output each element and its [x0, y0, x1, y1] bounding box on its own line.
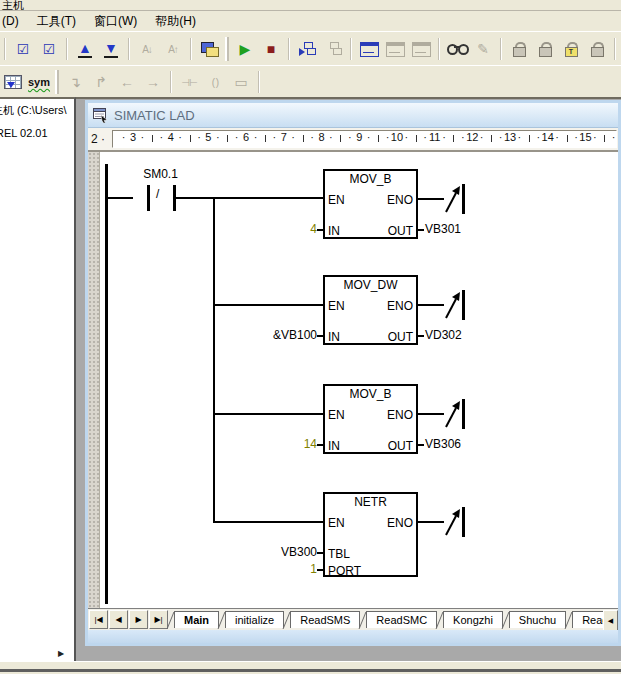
continuation-arrow-icon [444, 288, 466, 322]
input-value[interactable]: 4 [238, 222, 317, 236]
menu-bar: (D)工具(T)窗口(W)帮助(H) [0, 10, 621, 32]
block-mov_b-2[interactable]: MOV_BENENOINOUT [323, 384, 418, 454]
ruler-number: 5 [205, 131, 211, 143]
stop-icon[interactable]: ■ [259, 37, 283, 61]
ruler-number: 4 [168, 131, 174, 143]
input-value[interactable]: 14 [238, 437, 317, 451]
wire [418, 444, 424, 446]
tab-nav-prev[interactable]: ◀ [109, 610, 128, 629]
tab-nav-next[interactable]: ▶ [129, 610, 148, 629]
toolbar-grip [55, 70, 59, 94]
toolbar-separator [614, 38, 616, 60]
chart-status-icon[interactable] [357, 37, 381, 61]
tab-shuchu[interactable]: Shuchu [509, 611, 566, 628]
sidebar-scroll-right-icon[interactable]: ▶ [58, 649, 64, 658]
project-tree-item-release[interactable]: REL 02.01 [0, 127, 74, 139]
ruler-tick: · [499, 131, 503, 143]
tab-nav-last[interactable]: ▶| [149, 610, 168, 629]
toolbar-separator [500, 38, 502, 60]
compile-all-icon[interactable]: ☑ [37, 37, 61, 61]
menu-item-1[interactable]: 工具(T) [28, 11, 85, 33]
line-up-icon[interactable]: ↱ [89, 70, 113, 94]
contact-sm0-1[interactable]: SM0.1/ [133, 167, 188, 212]
ruler-tick [227, 135, 228, 142]
ruler-number: 11 [429, 131, 440, 143]
write-force-icon[interactable]: ✎ [471, 37, 495, 61]
upload-icon[interactable]: ▲ [73, 37, 97, 61]
lad-ruler: 2 · ·3··4··5··6··7··8··9··10··11··12··13… [88, 128, 618, 152]
ruler-tick: · [291, 131, 295, 143]
ruler-tick [416, 135, 417, 142]
output-operand[interactable]: VB301 [425, 222, 461, 236]
menu-item-0[interactable]: (D) [0, 12, 28, 31]
lad-window-titlebar[interactable]: SIMATIC LAD [88, 103, 618, 128]
wire [108, 197, 133, 199]
line-left-icon[interactable]: ← [115, 70, 139, 94]
symbolic-addressing-icon[interactable]: sym [27, 70, 51, 94]
ruler-tick: · [404, 131, 408, 143]
tab-readsmc[interactable]: ReadSMC [366, 611, 437, 628]
input-value[interactable]: &VB100 [238, 328, 317, 342]
ruler-tick: · [461, 131, 465, 143]
download-icon[interactable]: ▼ [99, 37, 123, 61]
ruler-tick: · [518, 131, 522, 143]
trend-view-icon[interactable] [409, 37, 433, 61]
continuation-arrow-icon [444, 397, 466, 431]
ruler-tick: · [574, 131, 578, 143]
pin-eno: ENO [387, 299, 413, 313]
run-icon[interactable]: ▶ [233, 37, 257, 61]
tab-nav-first[interactable]: |◀ [89, 610, 108, 629]
pin-port: PORT [328, 564, 361, 578]
branch-wire [213, 197, 215, 523]
tab-initialize[interactable]: initialize [225, 611, 284, 628]
lad-canvas[interactable]: SM0.1/MOV_BENENOINOUT4VB301MOV_DWENENOIN… [88, 152, 618, 608]
ruler-number: 3 [130, 131, 136, 143]
output-operand[interactable]: VB306 [425, 437, 461, 451]
block-netr-3[interactable]: NETRENENOTBLPORT [323, 492, 418, 577]
toolbar-separator [4, 38, 6, 60]
project-tree-panel[interactable]: 主机 (C:\Users\ REL 02.01 ▶ [0, 97, 76, 664]
insert-box-icon[interactable]: ▭ [229, 70, 253, 94]
options-icon[interactable] [197, 37, 221, 61]
tab-readsms[interactable]: ReadSMS [290, 611, 360, 628]
symbol-table-icon[interactable] [1, 70, 25, 94]
menu-item-2[interactable]: 窗口(W) [85, 11, 146, 33]
status-bar-divider [0, 669, 621, 672]
line-down-icon[interactable]: ↴ [63, 70, 87, 94]
pin-out: OUT [388, 224, 413, 238]
toolbar-separator [350, 38, 352, 60]
ruler-tick: · [348, 131, 352, 143]
lock-icon[interactable] [507, 37, 531, 61]
compile-icon[interactable]: ☑ [11, 37, 35, 61]
tab-kongzhi[interactable]: Kongzhi [443, 611, 503, 628]
tab-main[interactable]: Main [174, 611, 219, 628]
menu-item-3[interactable]: 帮助(H) [146, 11, 205, 33]
toolbar-separator [66, 38, 68, 60]
ruler-tick: · [593, 131, 597, 143]
program-monitor-icon[interactable] [445, 37, 469, 61]
block-title: MOV_B [325, 387, 416, 401]
unlock-icon[interactable] [533, 37, 557, 61]
pause-program-icon[interactable] [321, 37, 345, 61]
block-mov_b-0[interactable]: MOV_BENENOINOUT [323, 169, 418, 239]
toolbar-separator [128, 38, 130, 60]
block-mov_dw-1[interactable]: MOV_DWENENOINOUT [323, 275, 418, 345]
hscroll-left-icon[interactable]: ◀ [603, 610, 618, 630]
input-value[interactable]: VB300 [238, 545, 317, 559]
ruler-tick: · [197, 131, 201, 143]
ruler-tick: · [122, 131, 126, 143]
sort-ascending-icon[interactable]: A↓ [135, 37, 159, 61]
output-operand[interactable]: VD302 [425, 328, 462, 342]
program-status-icon[interactable] [295, 37, 319, 61]
project-tree-item-host[interactable]: 主机 (C:\Users\ [0, 103, 74, 118]
insert-coil-icon[interactable]: ( ) [203, 70, 227, 94]
line-right-icon[interactable]: → [141, 70, 165, 94]
wire [317, 444, 323, 446]
pou-tab-strip: |◀◀▶▶|MaininitializeReadSMSReadSMCKongzh… [88, 608, 618, 630]
insert-contact-icon[interactable]: ⊣⊢ [177, 70, 201, 94]
password-lock-icon[interactable]: T [559, 37, 583, 61]
chart-status-pause-icon[interactable] [383, 37, 407, 61]
lock-remove-icon[interactable] [585, 37, 609, 61]
sort-descending-icon[interactable]: A↑ [161, 37, 185, 61]
input-value[interactable]: 1 [238, 562, 317, 576]
